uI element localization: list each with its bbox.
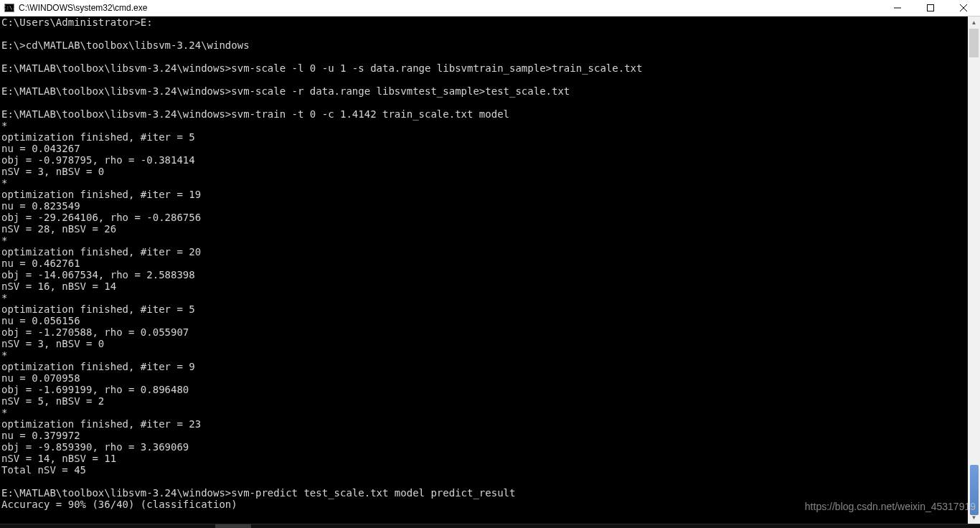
terminal-area: C:\Users\Administrator>E: E:\>cd\MATLAB\… [0, 16, 980, 524]
window-controls [881, 0, 980, 16]
terminal-output[interactable]: C:\Users\Administrator>E: E:\>cd\MATLAB\… [0, 16, 968, 524]
minimize-button[interactable] [881, 0, 914, 16]
title-bar[interactable]: C:\. C:\WINDOWS\system32\cmd.exe [0, 0, 980, 16]
title-bar-left: C:\. C:\WINDOWS\system32\cmd.exe [4, 3, 147, 13]
window-title: C:\WINDOWS\system32\cmd.exe [19, 3, 147, 13]
maximize-button[interactable] [914, 0, 947, 16]
cmd-window: C:\. C:\WINDOWS\system32\cmd.exe C:\User… [0, 0, 980, 528]
scroll-thumb[interactable] [969, 29, 979, 57]
svg-rect-1 [928, 5, 934, 11]
taskbar-highlight [215, 524, 251, 528]
taskbar-strip [0, 524, 980, 528]
close-button[interactable] [947, 0, 980, 16]
cmd-icon: C:\. [4, 4, 14, 12]
side-widget-icon [970, 465, 979, 515]
scroll-up-arrow[interactable]: ▲ [968, 16, 980, 29]
scroll-track[interactable] [968, 29, 980, 512]
vertical-scrollbar[interactable]: ▲ ▼ [968, 16, 980, 524]
